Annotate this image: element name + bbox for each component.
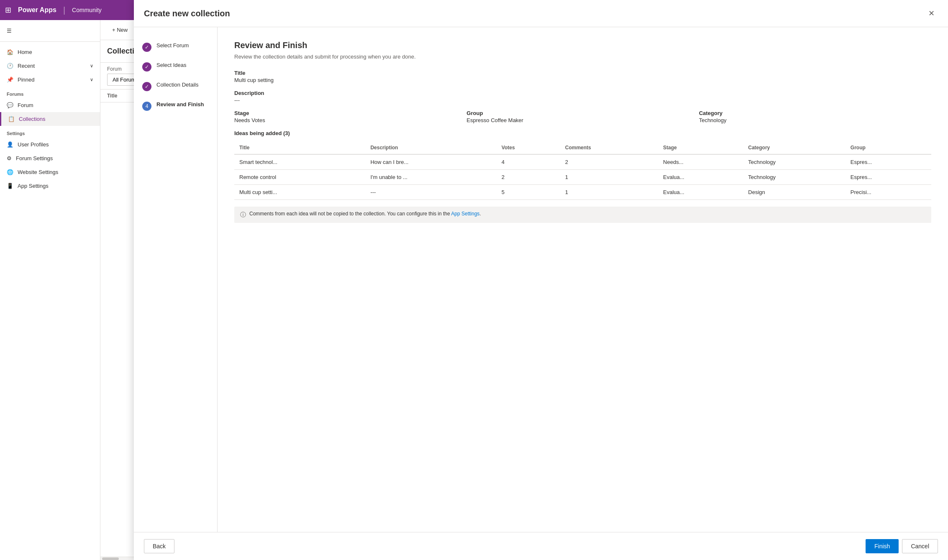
pin-icon: 📌	[7, 77, 13, 83]
cell-group: Precisi...	[846, 185, 931, 200]
new-button[interactable]: + New	[107, 24, 133, 36]
chevron-down-icon: ∨	[90, 77, 93, 82]
finish-button[interactable]: Finish	[866, 539, 899, 553]
group-label: Group	[466, 110, 699, 116]
wizard-step-select-ideas[interactable]: ✓ Select Ideas	[134, 57, 217, 77]
content-area: + New ↻ Refresh Collections Forum All Fo…	[100, 20, 948, 560]
col-header-description: Description	[365, 141, 496, 154]
cancel-button[interactable]: Cancel	[902, 539, 938, 553]
cell-votes: 2	[497, 170, 560, 185]
app-settings-link[interactable]: App Settings	[451, 211, 479, 217]
stage-value: Needs Votes	[234, 117, 466, 123]
wizard-step-select-forum[interactable]: ✓ Select Forum	[134, 40, 217, 57]
description-label: Description	[234, 90, 931, 96]
sidebar-item-forum[interactable]: 💬 Forum	[0, 98, 100, 112]
wizard-step-collection-details[interactable]: ✓ Collection Details	[134, 77, 217, 96]
community-label: Community	[72, 7, 102, 13]
category-label: Category	[699, 110, 931, 116]
cell-comments: 1	[560, 170, 658, 185]
sidebar-item-label: Forum Settings	[16, 155, 53, 161]
ideas-section-header: Ideas being added (3)	[234, 130, 931, 136]
category-value: Technology	[699, 117, 931, 123]
info-notice: ⓘ Comments from each idea will not be co…	[234, 207, 931, 223]
back-button[interactable]: Back	[144, 539, 174, 553]
modal-footer: Back Finish Cancel	[134, 532, 948, 560]
globe-icon: 🌐	[7, 169, 13, 175]
collections-icon: 📋	[8, 116, 15, 122]
grid-icon[interactable]: ⊞	[5, 5, 11, 15]
hamburger-button[interactable]: ☰	[0, 23, 100, 38]
step-label-1: Select Forum	[156, 42, 189, 49]
sidebar-item-user-profiles[interactable]: 👤 User Profiles	[0, 138, 100, 151]
sidebar-item-label: Recent	[18, 63, 35, 69]
group-value: Espresso Coffee Maker	[466, 117, 699, 123]
cell-title: Remote control	[234, 170, 365, 185]
sidebar-item-label: App Settings	[18, 183, 49, 189]
wizard-steps: ✓ Select Forum ✓ Select Ideas ✓ Collecti…	[134, 40, 218, 532]
cell-stage: Evalua...	[658, 185, 743, 200]
chevron-down-icon: ∨	[90, 63, 93, 69]
recent-icon: 🕐	[7, 63, 13, 69]
table-row: Multi cup setti...---51Evalua...DesignPr…	[234, 185, 931, 200]
col-header-category: Category	[743, 141, 846, 154]
col-header-stage: Stage	[658, 141, 743, 154]
sidebar-item-recent[interactable]: 🕐 Recent ∨	[0, 59, 100, 73]
cell-stage: Evalua...	[658, 170, 743, 185]
step-circle-2: ✓	[142, 62, 151, 72]
home-icon: 🏠	[7, 49, 13, 55]
title-value: Multi cup setting	[234, 77, 931, 83]
step-label-4: Review and Finish	[156, 101, 204, 107]
title-label: Title	[234, 70, 931, 76]
cell-description: I'm unable to ...	[365, 170, 496, 185]
sidebar-item-label: Home	[18, 49, 32, 55]
sidebar-item-label: Website Settings	[18, 169, 58, 175]
sidebar-item-label: User Profiles	[18, 141, 49, 148]
sidebar-item-app-settings[interactable]: 📱 App Settings	[0, 179, 100, 193]
col-header-comments: Comments	[560, 141, 658, 154]
cell-stage: Needs...	[658, 154, 743, 170]
sidebar: ☰ 🏠 Home 🕐 Recent ∨ 📌 Pinned ∨ Forums 💬 …	[0, 20, 100, 560]
sidebar-item-website-settings[interactable]: 🌐 Website Settings	[0, 165, 100, 179]
app-name: Power Apps	[18, 6, 56, 14]
review-subtitle: Review the collection details and submit…	[234, 54, 931, 60]
cell-comments: 2	[560, 154, 658, 170]
info-icon: ⓘ	[240, 211, 246, 219]
cell-group: Espres...	[846, 170, 931, 185]
cell-title: Smart technol...	[234, 154, 365, 170]
new-label: + New	[112, 27, 128, 33]
cell-title: Multi cup setti...	[234, 185, 365, 200]
cell-description: ---	[365, 185, 496, 200]
cell-group: Espres...	[846, 154, 931, 170]
col-header-group: Group	[846, 141, 931, 154]
hamburger-icon: ☰	[7, 28, 12, 34]
separator: |	[63, 5, 65, 15]
forum-icon: 💬	[7, 102, 13, 108]
cell-votes: 5	[497, 185, 560, 200]
forums-section-header: Forums	[0, 87, 100, 98]
table-row: Smart technol...How can I bre...42Needs.…	[234, 154, 931, 170]
stage-label: Stage	[234, 110, 466, 116]
wizard-step-review-finish[interactable]: 4 Review and Finish	[134, 96, 217, 116]
scrollbar-thumb	[102, 557, 119, 560]
create-collection-modal: Create new collection ✕ ✓ Select Forum ✓…	[134, 40, 948, 560]
step-circle-1: ✓	[142, 43, 151, 52]
wizard-content: Review and Finish Review the collection …	[218, 40, 948, 532]
cell-votes: 4	[497, 154, 560, 170]
ideas-table: Title Description Votes Comments Stage C…	[234, 141, 931, 200]
step-label-2: Select Ideas	[156, 62, 187, 68]
sidebar-item-home[interactable]: 🏠 Home	[0, 45, 100, 59]
step-circle-4: 4	[142, 102, 151, 111]
gear-icon: ⚙	[7, 155, 12, 161]
description-value: ---	[234, 97, 931, 103]
cell-comments: 1	[560, 185, 658, 200]
sidebar-item-label: Forum	[18, 102, 33, 108]
sidebar-item-pinned[interactable]: 📌 Pinned ∨	[0, 73, 100, 87]
notice-text: Comments from each idea will not be copi…	[249, 211, 481, 217]
sidebar-item-forum-settings[interactable]: ⚙ Forum Settings	[0, 151, 100, 165]
sidebar-item-label: Pinned	[18, 77, 34, 83]
col-header-title: Title	[234, 141, 365, 154]
sidebar-item-collections[interactable]: 📋 Collections	[0, 112, 100, 126]
cell-category: Technology	[743, 154, 846, 170]
cell-category: Design	[743, 185, 846, 200]
cell-description: How can I bre...	[365, 154, 496, 170]
